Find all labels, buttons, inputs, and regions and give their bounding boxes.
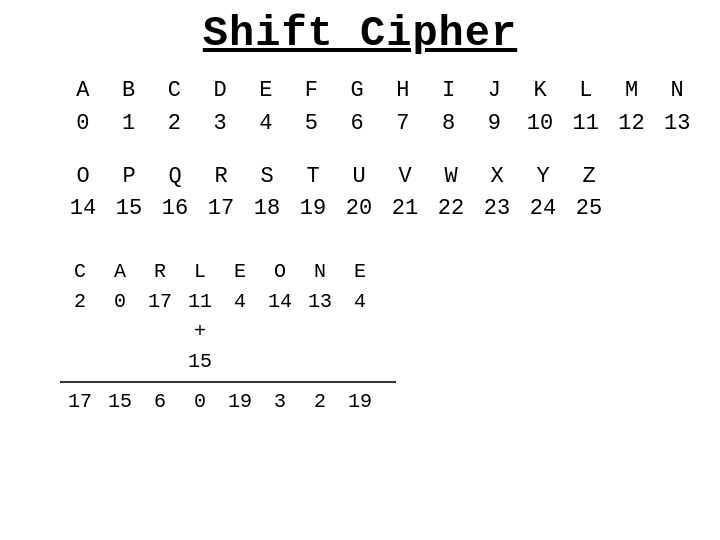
num-21: 21 xyxy=(382,194,428,225)
num-8: 8 xyxy=(426,109,472,140)
num-9: 9 xyxy=(471,109,517,140)
example-plus-row: + xyxy=(60,317,720,347)
eg-shift-val: 15 xyxy=(180,347,220,377)
eg-plus-spacer1 xyxy=(60,317,100,347)
num-1: 1 xyxy=(106,109,152,140)
num-7: 7 xyxy=(380,109,426,140)
letter-X: X xyxy=(474,162,520,193)
num-22: 22 xyxy=(428,194,474,225)
eg-res-5: 19 xyxy=(220,387,260,417)
eg-plus-spacer6 xyxy=(300,317,340,347)
letter-R: R xyxy=(198,162,244,193)
letter-L: L xyxy=(563,76,609,107)
num-4: 4 xyxy=(243,109,289,140)
eg-shift-spacer5 xyxy=(260,347,300,377)
num-15: 15 xyxy=(106,194,152,225)
letter-Z: Z xyxy=(566,162,612,193)
eg-shift-spacer4 xyxy=(220,347,260,377)
letter-D: D xyxy=(197,76,243,107)
numbers-row-1: 0 1 2 3 4 5 6 7 8 9 10 11 12 13 xyxy=(60,109,700,140)
eg-O: O xyxy=(260,257,300,287)
eg-shift-spacer2 xyxy=(100,347,140,377)
eg-plus-spacer5 xyxy=(260,317,300,347)
alphabet-table: A B C D E F G H I J K L M N 0 1 2 3 4 5 … xyxy=(0,76,720,225)
letter-S: S xyxy=(244,162,290,193)
eg-N: N xyxy=(300,257,340,287)
page-title: Shift Cipher xyxy=(0,0,720,76)
eg-shift-spacer3 xyxy=(140,347,180,377)
example-result-row: 17 15 6 0 19 3 2 19 xyxy=(60,387,720,417)
num-14: 14 xyxy=(60,194,106,225)
letter-T: T xyxy=(290,162,336,193)
num-0: 0 xyxy=(60,109,106,140)
eg-res-4: 0 xyxy=(180,387,220,417)
letter-C: C xyxy=(151,76,197,107)
num-19: 19 xyxy=(290,194,336,225)
eg-val-R: 17 xyxy=(140,287,180,317)
letters-row-2: O P Q R S T U V W X Y Z xyxy=(60,162,700,193)
eg-shift-spacer7 xyxy=(340,347,380,377)
example-shift-row: 15 xyxy=(60,347,720,377)
num-23: 23 xyxy=(474,194,520,225)
letter-Y: Y xyxy=(520,162,566,193)
eg-val-O: 14 xyxy=(260,287,300,317)
eg-res-3: 6 xyxy=(140,387,180,417)
eg-shift-spacer1 xyxy=(60,347,100,377)
letter-H: H xyxy=(380,76,426,107)
eg-val-C: 2 xyxy=(60,287,100,317)
letter-B: B xyxy=(106,76,152,107)
letter-I: I xyxy=(426,76,472,107)
num-2: 2 xyxy=(151,109,197,140)
eg-res-2: 15 xyxy=(100,387,140,417)
eg-res-1: 17 xyxy=(60,387,100,417)
eg-C: C xyxy=(60,257,100,287)
num-20: 20 xyxy=(336,194,382,225)
letter-P: P xyxy=(106,162,152,193)
letter-Q: Q xyxy=(152,162,198,193)
eg-plus-spacer3 xyxy=(140,317,180,347)
eg-res-6: 3 xyxy=(260,387,300,417)
eg-val-E2: 4 xyxy=(340,287,380,317)
eg-L: L xyxy=(180,257,220,287)
num-12: 12 xyxy=(609,109,655,140)
num-17: 17 xyxy=(198,194,244,225)
letter-U: U xyxy=(336,162,382,193)
eg-val-A: 0 xyxy=(100,287,140,317)
letter-G: G xyxy=(334,76,380,107)
eg-plus-spacer7 xyxy=(340,317,380,347)
letter-O: O xyxy=(60,162,106,193)
eg-plus-sign: + xyxy=(180,317,220,347)
example-values-row: 2 0 17 11 4 14 13 4 xyxy=(60,287,720,317)
num-3: 3 xyxy=(197,109,243,140)
num-24: 24 xyxy=(520,194,566,225)
num-25: 25 xyxy=(566,194,612,225)
letter-A: A xyxy=(60,76,106,107)
num-18: 18 xyxy=(244,194,290,225)
letter-E: E xyxy=(243,76,289,107)
eg-val-N: 13 xyxy=(300,287,340,317)
letter-J: J xyxy=(471,76,517,107)
eg-A: A xyxy=(100,257,140,287)
divider xyxy=(60,381,396,383)
num-16: 16 xyxy=(152,194,198,225)
numbers-row-2: 14 15 16 17 18 19 20 21 22 23 24 25 xyxy=(60,194,700,225)
eg-plus-spacer4 xyxy=(220,317,260,347)
letter-N: N xyxy=(654,76,700,107)
example-header-row: C A R L E O N E xyxy=(60,257,720,287)
num-11: 11 xyxy=(563,109,609,140)
eg-R: R xyxy=(140,257,180,287)
letter-F: F xyxy=(289,76,335,107)
num-13: 13 xyxy=(654,109,700,140)
num-5: 5 xyxy=(289,109,335,140)
eg-plus-spacer2 xyxy=(100,317,140,347)
num-6: 6 xyxy=(334,109,380,140)
eg-shift-spacer6 xyxy=(300,347,340,377)
eg-val-E: 4 xyxy=(220,287,260,317)
num-10: 10 xyxy=(517,109,563,140)
eg-E: E xyxy=(220,257,260,287)
example-section: C A R L E O N E 2 0 17 11 4 14 13 4 + 15 xyxy=(0,227,720,417)
letter-W: W xyxy=(428,162,474,193)
letter-K: K xyxy=(517,76,563,107)
eg-res-8: 19 xyxy=(340,387,380,417)
letter-M: M xyxy=(609,76,655,107)
